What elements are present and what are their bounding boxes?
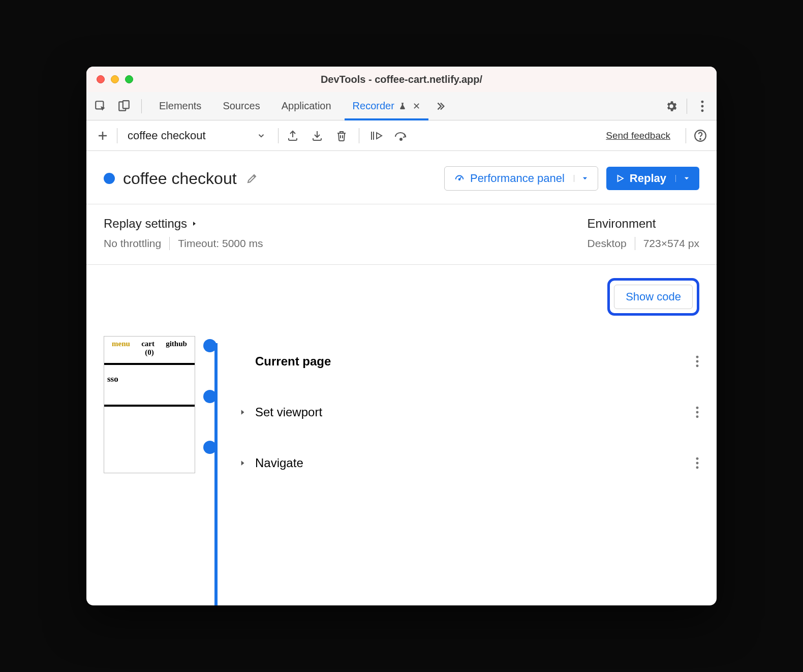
svg-rect-2 <box>123 101 129 108</box>
step-bullet <box>203 441 217 454</box>
traffic-lights <box>97 75 133 83</box>
timeline-line <box>214 343 218 605</box>
send-feedback-link[interactable]: Send feedback <box>606 130 670 141</box>
panel-button-label: Performance panel <box>470 172 565 185</box>
recording-status-dot <box>104 173 115 184</box>
svg-point-3 <box>701 100 704 103</box>
steps-area: menu cart github (0) sso Current page <box>86 336 717 605</box>
svg-point-9 <box>459 178 460 180</box>
tab-label: Application <box>282 100 331 112</box>
timeout-value: Timeout: 5000 ms <box>178 237 263 250</box>
new-recording-icon[interactable] <box>96 129 110 143</box>
expand-caret-icon <box>191 220 197 228</box>
delete-icon[interactable] <box>334 129 349 143</box>
svg-point-16 <box>696 457 699 460</box>
show-code-highlight: Show code <box>607 278 699 316</box>
svg-point-10 <box>696 356 699 358</box>
minimize-window-button[interactable] <box>111 75 119 83</box>
step-menu-icon[interactable] <box>695 406 699 419</box>
svg-point-12 <box>696 364 699 367</box>
step-over-icon[interactable] <box>394 129 408 143</box>
thumb-menu-label: menu <box>112 340 130 348</box>
play-icon <box>615 174 625 183</box>
more-tabs-icon[interactable] <box>428 101 452 112</box>
svg-point-5 <box>701 109 704 112</box>
export-icon[interactable] <box>286 129 300 143</box>
thumb-cart-count: (0) <box>104 348 195 357</box>
step-menu-icon[interactable] <box>695 456 699 470</box>
gauge-icon <box>454 173 465 184</box>
import-icon[interactable] <box>310 129 324 143</box>
replay-dropdown-caret[interactable] <box>675 175 690 182</box>
throttling-value: No throttling <box>104 237 161 250</box>
help-icon[interactable] <box>693 129 707 143</box>
dimensions-value: 723×574 px <box>643 237 699 250</box>
thumb-cart-label: cart <box>141 340 155 348</box>
close-window-button[interactable] <box>97 75 105 83</box>
titlebar: DevTools - coffee-cart.netlify.app/ <box>86 67 717 92</box>
device-value: Desktop <box>588 237 627 250</box>
recording-select-dropdown[interactable]: coffee checkout <box>125 127 271 144</box>
show-code-row: Show code <box>86 265 717 336</box>
close-tab-icon[interactable]: ✕ <box>411 101 420 112</box>
tab-label: Elements <box>159 100 201 112</box>
svg-point-4 <box>701 105 704 107</box>
page-thumbnail: menu cart github (0) sso <box>104 336 195 473</box>
environment-heading: Environment <box>588 217 699 231</box>
svg-point-13 <box>696 407 699 409</box>
devtools-window: DevTools - coffee-cart.netlify.app/ Elem… <box>86 67 717 605</box>
step-bullet <box>203 390 217 403</box>
svg-point-6 <box>400 138 402 140</box>
experiment-flask-icon <box>398 102 407 110</box>
window-title: DevTools - coffee-cart.netlify.app/ <box>86 74 717 85</box>
edit-title-icon[interactable] <box>245 171 259 186</box>
kebab-menu-icon[interactable] <box>695 99 709 113</box>
panel-dropdown-caret[interactable] <box>574 175 589 182</box>
chevron-down-icon <box>257 131 266 140</box>
steps-list: Current page Set viewport Navigate <box>208 336 699 585</box>
step-menu-icon[interactable] <box>695 355 699 368</box>
step-set-viewport[interactable]: Set viewport <box>239 387 699 438</box>
maximize-window-button[interactable] <box>125 75 133 83</box>
step-play-icon[interactable] <box>369 129 384 143</box>
dropdown-label: coffee checkout <box>128 129 206 142</box>
replay-settings-heading[interactable]: Replay settings <box>104 217 263 231</box>
settings-row: Replay settings No throttling Timeout: 5… <box>86 204 717 265</box>
tab-sources[interactable]: Sources <box>214 92 268 120</box>
step-label: Navigate <box>255 456 303 470</box>
inspect-element-icon[interactable] <box>94 99 108 113</box>
svg-point-17 <box>696 462 699 465</box>
recorder-toolbar: coffee checkout Send feedback <box>86 120 717 151</box>
tab-elements[interactable]: Elements <box>151 92 209 120</box>
tab-application[interactable]: Application <box>273 92 339 120</box>
performance-panel-button[interactable]: Performance panel <box>444 166 598 191</box>
svg-point-8 <box>700 138 701 139</box>
show-code-button[interactable]: Show code <box>614 285 693 309</box>
step-label: Current page <box>255 354 331 369</box>
replay-button[interactable]: Replay <box>606 167 699 190</box>
thumb-github-label: github <box>166 340 187 348</box>
tab-label: Sources <box>223 100 260 112</box>
step-bullet <box>203 339 217 352</box>
step-current-page[interactable]: Current page <box>239 336 699 387</box>
tab-recorder[interactable]: Recorder ✕ <box>345 92 428 120</box>
device-toggle-icon[interactable] <box>117 99 131 113</box>
tabs-bar: Elements Sources Application Recorder ✕ <box>86 92 717 120</box>
expand-caret-icon <box>239 459 246 467</box>
replay-button-label: Replay <box>630 172 666 185</box>
svg-point-14 <box>696 411 699 414</box>
svg-point-11 <box>696 360 699 363</box>
settings-gear-icon[interactable] <box>664 99 678 113</box>
expand-caret-icon <box>239 408 246 416</box>
thumb-sso-label: sso <box>104 365 195 384</box>
tab-label: Recorder <box>353 100 394 112</box>
step-navigate[interactable]: Navigate <box>239 438 699 488</box>
recording-title: coffee checkout <box>123 169 237 188</box>
step-label: Set viewport <box>255 405 322 419</box>
svg-point-15 <box>696 415 699 418</box>
recording-header: coffee checkout Performance panel Replay <box>86 151 717 204</box>
svg-point-18 <box>696 466 699 469</box>
